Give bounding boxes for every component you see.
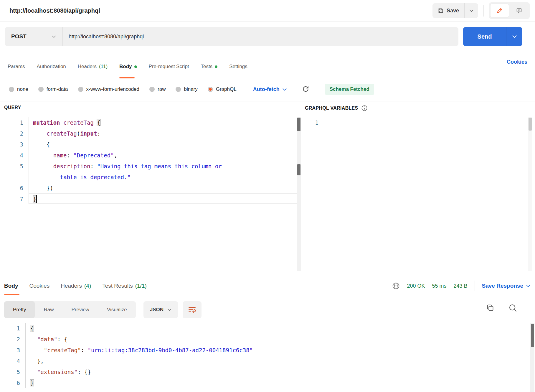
view-mode-segments: Pretty Raw Preview Visualize bbox=[4, 301, 136, 318]
response-scrollbar[interactable] bbox=[530, 323, 534, 392]
body-type-raw[interactable]: raw bbox=[149, 86, 166, 92]
line-number: 4 bbox=[0, 358, 25, 364]
floppy-save-icon bbox=[438, 8, 444, 14]
variables-panel-title: GRAPHQL VARIABLES bbox=[305, 105, 368, 111]
response-tab-cookies[interactable]: Cookies bbox=[29, 276, 50, 295]
response-tab-body[interactable]: Body bbox=[4, 276, 18, 295]
auto-fetch-dropdown[interactable]: Auto-fetch bbox=[253, 86, 287, 93]
indent-guide bbox=[37, 345, 37, 355]
code-line: 1{ bbox=[0, 323, 535, 334]
tab-pre-request-script[interactable]: Pre-request Script bbox=[149, 55, 189, 78]
copy-response-button[interactable] bbox=[486, 304, 494, 312]
refresh-schema-button[interactable] bbox=[302, 86, 309, 93]
edit-comment-toggle bbox=[489, 2, 530, 19]
code-line: 3 { bbox=[3, 139, 301, 150]
code-line: 1 bbox=[305, 117, 532, 128]
indent-guide bbox=[32, 182, 32, 193]
wrap-text-icon bbox=[188, 306, 196, 313]
response-tab-headers[interactable]: Headers (4) bbox=[61, 276, 91, 295]
wrap-lines-button[interactable] bbox=[183, 301, 202, 318]
tab-params[interactable]: Params bbox=[8, 55, 25, 78]
response-time[interactable]: 55 ms bbox=[432, 283, 446, 289]
code-line: 4 }, bbox=[0, 355, 535, 366]
line-number: 3 bbox=[3, 141, 29, 148]
indent-guide bbox=[32, 172, 32, 182]
tab-settings[interactable]: Settings bbox=[229, 55, 247, 78]
indent-guide bbox=[46, 161, 46, 172]
code-line: 3 "createTag": "urn:li:tag:38c283bd-9bd0… bbox=[0, 345, 535, 355]
tab-authorization[interactable]: Authorization bbox=[37, 55, 66, 78]
line-number: 5 bbox=[0, 369, 25, 375]
code-line: 2 "data": { bbox=[0, 334, 535, 345]
query-editor-scrollbar[interactable] bbox=[297, 117, 301, 271]
save-response-dropdown[interactable]: Save Response bbox=[482, 283, 530, 289]
headers-count: (11) bbox=[99, 64, 108, 70]
send-options-dropdown[interactable] bbox=[506, 27, 522, 46]
copy-icon bbox=[486, 304, 494, 312]
send-button[interactable]: Send bbox=[463, 27, 506, 46]
search-icon bbox=[508, 304, 517, 312]
response-tab-test-results[interactable]: Test Results (1/1) bbox=[102, 276, 147, 295]
meta-divider bbox=[475, 281, 475, 291]
variables-editor-scrollbar[interactable] bbox=[528, 117, 532, 271]
view-visualize[interactable]: Visualize bbox=[98, 301, 136, 318]
radio-icon bbox=[38, 87, 44, 92]
radio-icon bbox=[149, 87, 155, 92]
method-selector[interactable]: POST bbox=[5, 33, 62, 40]
search-response-button[interactable] bbox=[508, 304, 517, 312]
chevron-down-icon bbox=[526, 285, 530, 287]
schema-status-badge: Schema Fetched bbox=[325, 84, 374, 95]
url-input[interactable] bbox=[63, 34, 458, 40]
tab-body[interactable]: Body bbox=[119, 55, 137, 78]
view-preview[interactable]: Preview bbox=[62, 301, 98, 318]
query-panel-title: QUERY bbox=[4, 105, 21, 110]
save-button-label: Save bbox=[447, 8, 459, 14]
edit-mode-button[interactable] bbox=[491, 4, 509, 17]
cookies-link[interactable]: Cookies bbox=[507, 59, 527, 65]
body-type-x-www-form-urlencoded[interactable]: x-www-form-urlencoded bbox=[78, 86, 139, 92]
radio-icon bbox=[78, 87, 83, 92]
tab-headers[interactable]: Headers (11) bbox=[78, 55, 108, 78]
save-options-dropdown[interactable] bbox=[465, 3, 478, 18]
response-actions bbox=[486, 304, 517, 312]
body-section-divider bbox=[0, 101, 535, 101]
header-divider bbox=[483, 5, 484, 17]
indent-guide bbox=[32, 150, 32, 161]
comment-icon bbox=[516, 7, 522, 14]
response-size[interactable]: 243 B bbox=[453, 283, 467, 289]
body-type-binary[interactable]: binary bbox=[176, 86, 197, 92]
view-pretty[interactable]: Pretty bbox=[4, 301, 35, 318]
code-line: table is deprecated." bbox=[3, 172, 301, 182]
method-label: POST bbox=[11, 33, 27, 40]
body-type-graphql[interactable]: GraphQL bbox=[208, 86, 237, 92]
indent-guide bbox=[32, 161, 32, 172]
line-number: 4 bbox=[3, 152, 29, 159]
response-headers-count: (4) bbox=[84, 283, 91, 289]
line-number: 6 bbox=[3, 185, 29, 191]
line-number: 1 bbox=[0, 325, 25, 332]
status-badge[interactable]: 200 OK bbox=[407, 283, 425, 289]
variables-editor-code: 1 bbox=[305, 117, 532, 128]
body-type-options: none form-data x-www-form-urlencoded raw… bbox=[9, 83, 374, 95]
comment-mode-button[interactable] bbox=[510, 4, 528, 17]
view-raw[interactable]: Raw bbox=[35, 301, 62, 318]
graphql-query-editor[interactable]: 1mutation createTag {2 createTag(input:3… bbox=[3, 117, 301, 271]
format-selector[interactable]: JSON bbox=[143, 301, 178, 318]
request-title: http://localhost:8080/api/graphql bbox=[9, 7, 100, 14]
body-type-none[interactable]: none bbox=[9, 86, 28, 92]
chevron-down-icon bbox=[168, 309, 171, 311]
body-green-dot bbox=[134, 65, 137, 68]
tests-green-dot bbox=[215, 65, 217, 68]
response-body-viewer[interactable]: 1{2 "data": {3 "createTag": "urn:li:tag:… bbox=[0, 323, 535, 392]
save-button[interactable]: Save bbox=[432, 3, 465, 18]
code-line: 1mutation createTag { bbox=[3, 117, 301, 128]
tab-tests[interactable]: Tests bbox=[201, 55, 218, 78]
query-editor-code: 1mutation createTag {2 createTag(input:3… bbox=[3, 117, 301, 204]
response-editor-code: 1{2 "data": {3 "createTag": "urn:li:tag:… bbox=[0, 323, 535, 388]
request-header-bar: http://localhost:8080/api/graphql Save bbox=[0, 0, 535, 22]
graphql-variables-editor[interactable]: 1 bbox=[305, 117, 532, 271]
send-button-label: Send bbox=[478, 33, 492, 40]
line-number: 6 bbox=[0, 380, 25, 386]
code-line: 4 name: "Deprecated", bbox=[3, 150, 301, 161]
body-type-form-data[interactable]: form-data bbox=[38, 86, 68, 92]
